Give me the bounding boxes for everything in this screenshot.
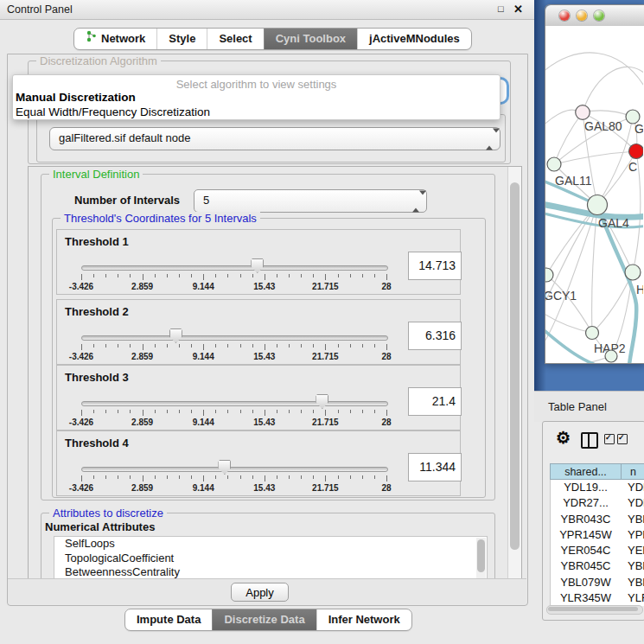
slider-tick [215, 274, 216, 277]
threshold-box: Threshold 1-3.4262.8599.14415.4321.71528… [56, 229, 461, 295]
scrollbar-thumb[interactable] [510, 182, 520, 550]
slider-tick [374, 274, 375, 277]
attribute-list-item[interactable]: SelfLoops [54, 537, 487, 552]
slider-tick [143, 344, 143, 350]
threshold-value-field[interactable]: 6.316 [408, 322, 462, 350]
threshold-value-field[interactable]: 11.344 [408, 453, 462, 481]
minimize-traffic-light-icon[interactable] [577, 10, 587, 21]
network-graph[interactable]: GAL80GCGAL11GAL4GCY1HHAP2 [545, 26, 643, 363]
tab-cyni-toolbox[interactable]: Cyni Toolbox [264, 29, 357, 49]
attributes-list-scrollbar[interactable] [476, 538, 486, 580]
slider-tick [227, 274, 228, 277]
slider-tick [313, 274, 314, 277]
network-edge[interactable] [592, 272, 633, 333]
table-row[interactable]: YBR045CYBR0 [551, 558, 644, 574]
num-intervals-combobox[interactable]: 5 [194, 189, 427, 213]
tab-network[interactable]: Network [74, 29, 156, 49]
threshold-value-field[interactable]: 14.713 [408, 252, 462, 280]
slider-scale-label: 2.859 [131, 352, 153, 361]
slider-tick [203, 410, 204, 416]
network-window-titlebar[interactable] [545, 5, 644, 27]
slider-track[interactable] [81, 265, 388, 271]
table-cell: YBL079W [551, 575, 621, 590]
network-view[interactable]: GAL80GCGAL11GAL4GCY1HHAP2 [545, 26, 644, 363]
slider-tick [338, 344, 339, 348]
close-window-icon[interactable]: ✕ [513, 3, 523, 16]
slider-tick [167, 475, 168, 479]
table-row[interactable]: YPR145WYPR1 [551, 527, 644, 543]
checkbox-icon-1[interactable]: ✓ [604, 434, 615, 444]
network-node-c[interactable] [629, 144, 644, 159]
network-node-hap2[interactable] [586, 327, 599, 340]
table-cell: YDL19... [551, 480, 621, 495]
mode-tab-impute-data[interactable]: Impute Data [125, 609, 212, 630]
slider-scale-label: 21.715 [312, 483, 339, 493]
slider-track[interactable] [81, 401, 388, 406]
slider-thumb[interactable] [169, 328, 182, 343]
slider-tick [155, 344, 156, 348]
tab-jactivemnodules[interactable]: jActiveMNodules [357, 29, 471, 49]
scrollbar-thumb[interactable] [548, 607, 638, 611]
numerical-attributes-list[interactable]: SelfLoopsTopologicalCoefficientBetweenne… [54, 536, 488, 580]
gear-icon[interactable]: ⚙ [556, 429, 571, 448]
table-row[interactable]: YDR27...YDR2 [551, 495, 644, 511]
columns-icon[interactable] [581, 432, 598, 449]
slider-scale-label: 15.43 [253, 282, 275, 291]
table-cell: YPR145W [551, 527, 621, 543]
table-panel-toolbar: ⚙ ✓ ✓ [543, 425, 644, 458]
mode-tab-infer-network[interactable]: Infer Network [316, 609, 411, 630]
table-column-header[interactable]: shared... [550, 463, 622, 480]
threshold-value-field[interactable]: 21.4 [408, 387, 462, 416]
table-cell: YLR3 [621, 590, 644, 606]
scrollbar-thumb[interactable] [477, 539, 485, 572]
table-data-combobox[interactable]: galFiltered.sif default node [49, 127, 501, 150]
slider-tick [386, 344, 387, 350]
table-row[interactable]: YER054CYER0 [551, 543, 644, 558]
close-traffic-light-icon[interactable] [559, 10, 570, 21]
table-row[interactable]: YBL079WYBL0 [551, 575, 644, 590]
table-row[interactable]: YBR043CYBR0 [551, 512, 644, 527]
slider-thumb[interactable] [316, 394, 328, 409]
slider-tick [179, 475, 180, 479]
checkbox-icon-2[interactable]: ✓ [617, 434, 628, 444]
table-cell: YDL1 [621, 480, 644, 495]
table-row[interactable]: YDL19...YDL1 [551, 480, 644, 495]
slider-scale-label: 28 [381, 352, 391, 361]
float-window-icon[interactable]: □ [498, 3, 504, 14]
thresholds-group: Threshold's Coordinates for 5 Intervals … [52, 218, 486, 498]
threshold-label: Threshold 2 [65, 305, 129, 318]
network-edge[interactable] [554, 112, 583, 164]
apply-button[interactable]: Apply [231, 583, 289, 602]
network-node-gal11[interactable] [547, 157, 561, 171]
table-row[interactable]: YLR345WYLR3 [551, 590, 644, 606]
slider-track[interactable] [81, 335, 388, 341]
network-edge[interactable] [545, 53, 643, 92]
slider-thumb[interactable] [218, 460, 231, 475]
slider-tick [313, 410, 314, 413]
slider-tick [325, 274, 326, 280]
algorithm-option[interactable]: Manual Discretization [16, 91, 136, 104]
slider-tick [215, 475, 216, 479]
threshold-label: Threshold 4 [65, 437, 129, 450]
zoom-traffic-light-icon[interactable] [594, 10, 604, 21]
network-node-h[interactable] [625, 265, 641, 280]
algorithm-option[interactable]: Equal Width/Frequency Discretization [16, 105, 210, 118]
settings-scroll-panel: Interval Definition Number of Intervals … [28, 166, 522, 580]
network-edge[interactable] [554, 151, 636, 164]
tab-select[interactable]: Select [207, 29, 263, 49]
slider-thumb[interactable] [251, 258, 264, 273]
network-node-gal4[interactable] [588, 195, 608, 215]
network-node-gal80[interactable] [576, 105, 590, 120]
tab-style[interactable]: Style [156, 29, 207, 49]
table-column-header[interactable]: n [622, 463, 644, 480]
slider-tick [386, 475, 387, 481]
slider-track[interactable] [81, 467, 388, 472]
slider-tick [93, 344, 94, 348]
table-horizontal-scrollbar[interactable] [546, 605, 643, 615]
mode-tab-discretize-data[interactable]: Discretize Data [212, 609, 316, 630]
attribute-list-item[interactable]: TopologicalCoefficient [54, 552, 487, 566]
slider-tick [277, 274, 277, 277]
network-node[interactable] [605, 350, 617, 362]
settings-panel-scrollbar[interactable] [507, 167, 521, 579]
network-edge[interactable] [583, 67, 643, 112]
